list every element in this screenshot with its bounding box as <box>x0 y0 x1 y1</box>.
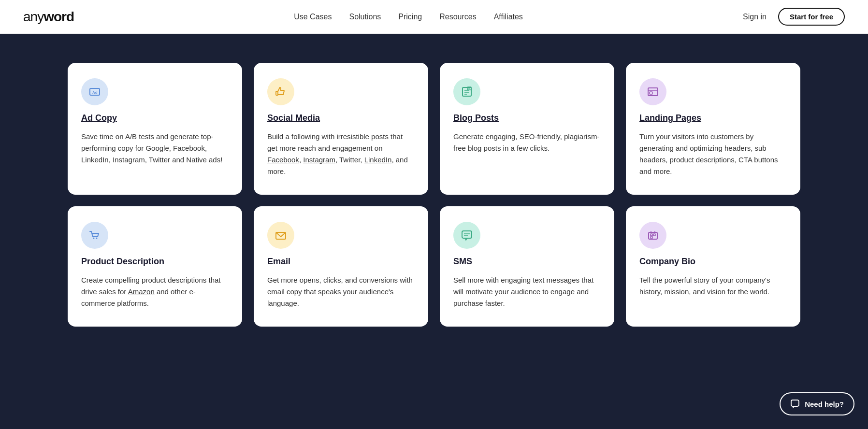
card-ad-copy: Ad Ad Copy Save time on A/B tests and ge… <box>68 63 242 195</box>
landing-icon-wrap <box>639 78 666 105</box>
card-landing-pages: Landing Pages Turn your visitors into cu… <box>626 63 800 195</box>
email-title[interactable]: Email <box>267 257 415 267</box>
sms-desc: Sell more with engaging text messages th… <box>453 274 601 309</box>
blog-posts-desc: Generate engaging, SEO-friendly, plagiar… <box>453 131 601 154</box>
card-sms: SMS Sell more with engaging text message… <box>440 206 614 327</box>
nav-solutions[interactable]: Solutions <box>349 13 381 21</box>
svg-rect-3 <box>463 87 471 96</box>
header-right: Sign in Start for free <box>743 8 845 26</box>
svg-rect-11 <box>650 92 652 94</box>
cart-icon-wrap <box>81 222 108 249</box>
cart-icon <box>88 229 101 242</box>
logo-word: word <box>43 9 74 24</box>
cards-grid: Ad Ad Copy Save time on A/B tests and ge… <box>68 63 800 327</box>
start-for-free-button[interactable]: Start for free <box>778 8 845 26</box>
ad-icon: Ad <box>88 85 101 99</box>
company-icon-wrap <box>639 222 666 249</box>
card-product-description: Product Description Create compelling pr… <box>68 206 242 327</box>
nav: Use Cases Solutions Pricing Resources Af… <box>294 13 523 21</box>
card-social-media: Social Media Build a following with irre… <box>254 63 428 195</box>
landing-pages-desc: Turn your visitors into customers by gen… <box>639 131 787 177</box>
linkedin-link[interactable]: LinkedIn <box>364 156 392 164</box>
amazon-link[interactable]: Amazon <box>128 287 155 296</box>
svg-rect-15 <box>462 231 472 238</box>
ad-copy-desc: Save time on A/B tests and generate top-… <box>81 131 229 166</box>
landing-icon <box>646 85 660 99</box>
ad-icon-wrap: Ad <box>81 78 108 105</box>
main-content: Ad Ad Copy Save time on A/B tests and ge… <box>0 34 868 356</box>
nav-use-cases[interactable]: Use Cases <box>294 13 332 21</box>
facebook-link[interactable]: Facebook <box>267 156 299 164</box>
thumbs-up-icon <box>274 85 288 99</box>
nav-affiliates[interactable]: Affiliates <box>494 13 523 21</box>
social-media-title[interactable]: Social Media <box>267 113 415 123</box>
nav-pricing[interactable]: Pricing <box>398 13 422 21</box>
nav-resources[interactable]: Resources <box>439 13 476 21</box>
company-icon <box>646 229 660 242</box>
email-desc: Get more opens, clicks, and conversions … <box>267 274 415 309</box>
ad-copy-title[interactable]: Ad Copy <box>81 113 229 123</box>
sign-in-link[interactable]: Sign in <box>743 13 767 21</box>
blog-posts-title[interactable]: Blog Posts <box>453 113 601 123</box>
logo-any: any <box>23 9 43 24</box>
product-description-title[interactable]: Product Description <box>81 257 229 267</box>
instagram-link[interactable]: Instagram <box>303 156 335 164</box>
svg-rect-20 <box>653 234 655 236</box>
company-bio-desc: Tell the powerful story of your company'… <box>639 274 787 298</box>
sms-title[interactable]: SMS <box>453 257 601 267</box>
logo[interactable]: anyword <box>23 9 74 25</box>
email-icon <box>274 229 288 242</box>
blog-icon-wrap <box>453 78 480 105</box>
svg-text:Ad: Ad <box>92 90 98 95</box>
thumbs-up-icon-wrap <box>267 78 294 105</box>
email-icon-wrap <box>267 222 294 249</box>
svg-point-12 <box>93 238 95 239</box>
product-description-desc: Create compelling product descriptions t… <box>81 274 229 309</box>
svg-rect-21 <box>651 237 652 238</box>
svg-rect-19 <box>651 234 652 236</box>
company-bio-title[interactable]: Company Bio <box>639 257 787 267</box>
sms-icon <box>460 229 474 242</box>
card-email: Email Get more opens, clicks, and conver… <box>254 206 428 327</box>
card-blog-posts: Blog Posts Generate engaging, SEO-friend… <box>440 63 614 195</box>
svg-rect-18 <box>649 232 657 239</box>
svg-point-13 <box>96 238 98 239</box>
social-media-desc: Build a following with irresistible post… <box>267 131 415 177</box>
header: anyword Use Cases Solutions Pricing Reso… <box>0 0 868 34</box>
svg-rect-2 <box>276 91 278 95</box>
card-company-bio: Company Bio Tell the powerful story of y… <box>626 206 800 327</box>
landing-pages-title[interactable]: Landing Pages <box>639 113 787 123</box>
sms-icon-wrap <box>453 222 480 249</box>
blog-icon <box>460 85 474 99</box>
